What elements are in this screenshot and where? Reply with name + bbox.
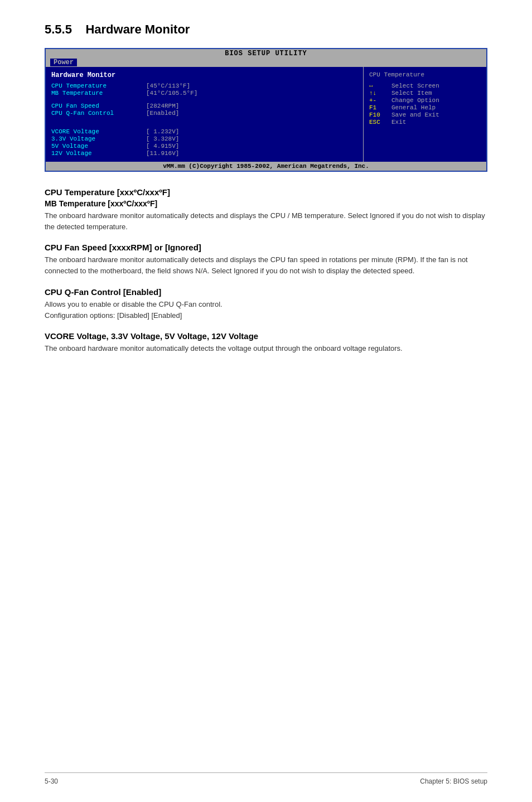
bios-desc-save-exit: Save and Exit — [391, 112, 439, 118]
doc-heading-fan-speed: CPU Fan Speed [xxxxRPM] or [Ignored] — [45, 243, 487, 252]
bios-label-cpu-temp: CPU Temperature — [51, 83, 146, 89]
doc-para-qfan: Allows you to enable or disable the CPU … — [45, 299, 487, 321]
bios-row-cpu-temp: CPU Temperature [45°C/113°F] — [51, 83, 357, 89]
doc-heading-cpu-temp: CPU Temperature [xxxºC/xxxºF] — [45, 187, 487, 197]
bios-label-12v: 12V Voltage — [51, 150, 146, 157]
bios-row-5v: 5V Voltage [ 4.915V] — [51, 143, 357, 149]
bios-footer: vMM.mm (C)Copyright 1985-2002, American … — [46, 162, 486, 171]
bios-row-fan-speed: CPU Fan Speed [2824RPM] — [51, 103, 357, 109]
bios-key-arrows: ↔ — [369, 83, 387, 89]
bios-desc-select-item: Select Item — [391, 90, 432, 96]
bios-key-f10: F10 — [369, 112, 387, 118]
doc-heading-qfan: CPU Q-Fan Control [Enabled] — [45, 287, 487, 297]
bios-row-mb-temp: MB Temperature [41°C/105.5°F] — [51, 90, 357, 96]
bios-row-3v3: 3.3V Voltage [ 3.328V] — [51, 136, 357, 142]
bios-top-bar: BIOS SETUP UTILITY — [46, 49, 486, 58]
bios-row-qfan: CPU Q-Fan Control [Enabled] — [51, 110, 357, 117]
bios-label-5v: 5V Voltage — [51, 143, 146, 149]
doc-section-fan-speed: CPU Fan Speed [xxxxRPM] or [Ignored] The… — [45, 243, 487, 277]
footer-chapter: Chapter 5: BIOS setup — [420, 777, 487, 785]
bios-label-3v3: 3.3V Voltage — [51, 136, 146, 142]
bios-value-cpu-temp: [45°C/113°F] — [146, 83, 190, 89]
doc-section-voltage: VCORE Voltage, 3.3V Voltage, 5V Voltage,… — [45, 331, 487, 354]
doc-section-cpu-temp: CPU Temperature [xxxºC/xxxºF] MB Tempera… — [45, 187, 487, 233]
bios-value-qfan: [Enabled] — [146, 110, 179, 117]
footer-page-number: 5-30 — [45, 777, 58, 785]
bios-value-3v3: [ 3.328V] — [146, 136, 179, 142]
bios-help-row-6: ESC Exit — [369, 119, 481, 125]
bios-help-row-1: ↔ Select Screen — [369, 83, 481, 89]
bios-key-f1: F1 — [369, 104, 387, 111]
bios-menu-bar: Power — [46, 58, 486, 67]
bios-screen: BIOS SETUP UTILITY Power Hardware Monito… — [45, 48, 487, 172]
bios-desc-select-screen: Select Screen — [391, 83, 439, 89]
bios-right-panel: CPU Temperature ↔ Select Screen ↑↓ Selec… — [364, 67, 486, 162]
bios-value-12v: [11.916V] — [146, 150, 179, 157]
bios-desc-exit: Exit — [391, 119, 406, 125]
section-title: 5.5.5 Hardware Monitor — [45, 22, 487, 37]
bios-value-mb-temp: [41°C/105.5°F] — [146, 90, 197, 96]
bios-value-vcore: [ 1.232V] — [146, 128, 179, 135]
bios-help-row-5: F10 Save and Exit — [369, 112, 481, 118]
bios-body: Hardware Monitor CPU Temperature [45°C/1… — [46, 67, 486, 162]
bios-desc-general-help: General Help — [391, 104, 436, 111]
doc-section-qfan: CPU Q-Fan Control [Enabled] Allows you t… — [45, 287, 487, 321]
bios-key-updown: ↑↓ — [369, 90, 387, 96]
bios-value-fan-speed: [2824RPM] — [146, 103, 179, 109]
bios-key-plusminus: +- — [369, 97, 387, 104]
bios-left-title: Hardware Monitor — [51, 71, 357, 79]
bios-desc-change-option: Change Option — [391, 97, 439, 104]
bios-label-fan-speed: CPU Fan Speed — [51, 103, 146, 109]
bios-label-qfan: CPU Q-Fan Control — [51, 110, 146, 117]
bios-label-vcore: VCORE Voltage — [51, 128, 146, 135]
doc-subheading-mb-temp: MB Temperature [xxxºC/xxxºF] — [45, 199, 487, 208]
bios-row-vcore: VCORE Voltage [ 1.232V] — [51, 128, 357, 135]
doc-heading-voltage: VCORE Voltage, 3.3V Voltage, 5V Voltage,… — [45, 331, 487, 341]
bios-label-mb-temp: MB Temperature — [51, 90, 146, 96]
bios-key-esc: ESC — [369, 119, 387, 125]
bios-left-panel: Hardware Monitor CPU Temperature [45°C/1… — [46, 67, 364, 162]
doc-para-temp: The onboard hardware monitor automatical… — [45, 210, 487, 233]
doc-para-voltage: The onboard hardware monitor automatical… — [45, 343, 487, 354]
bios-value-5v: [ 4.915V] — [146, 143, 179, 149]
bios-row-12v: 12V Voltage [11.916V] — [51, 150, 357, 157]
bios-help-row-3: +- Change Option — [369, 97, 481, 104]
bios-menu-power[interactable]: Power — [50, 59, 77, 66]
doc-para-fan-speed: The onboard hardware monitor automatical… — [45, 254, 487, 277]
bios-help-row-4: F1 General Help — [369, 104, 481, 111]
bios-right-title: CPU Temperature — [369, 71, 481, 78]
bios-help-row-2: ↑↓ Select Item — [369, 90, 481, 96]
page-footer: 5-30 Chapter 5: BIOS setup — [45, 772, 487, 785]
bios-help: ↔ Select Screen ↑↓ Select Item +- Change… — [369, 83, 481, 125]
